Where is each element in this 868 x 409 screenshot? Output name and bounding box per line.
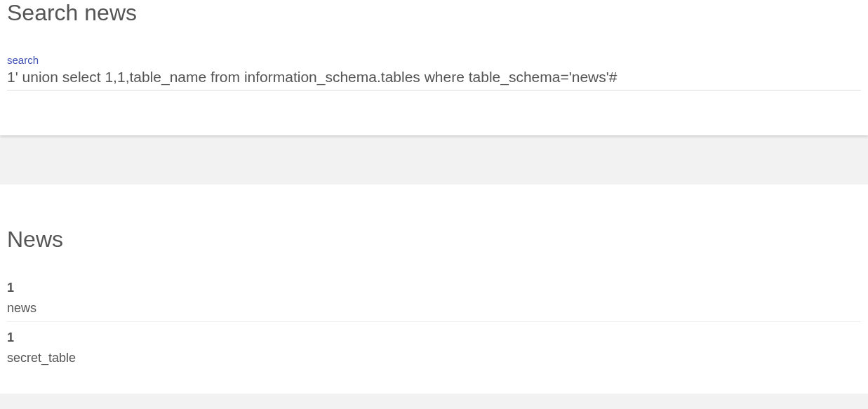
search-input[interactable] [7,67,861,90]
search-card: Search news search [0,0,868,135]
search-label: search [7,54,861,66]
results-card: News 1 news 1 secret_table [0,185,868,394]
result-entry: 1 secret_table [7,330,861,371]
search-card-inner: Search news search [0,0,868,135]
results-title: News [7,185,861,253]
result-name: secret_table [7,351,861,366]
result-name: news [7,301,861,316]
result-id: 1 [7,330,861,345]
search-title: Search news [7,0,861,26]
result-entry: 1 news [7,281,861,322]
result-id: 1 [7,281,861,295]
